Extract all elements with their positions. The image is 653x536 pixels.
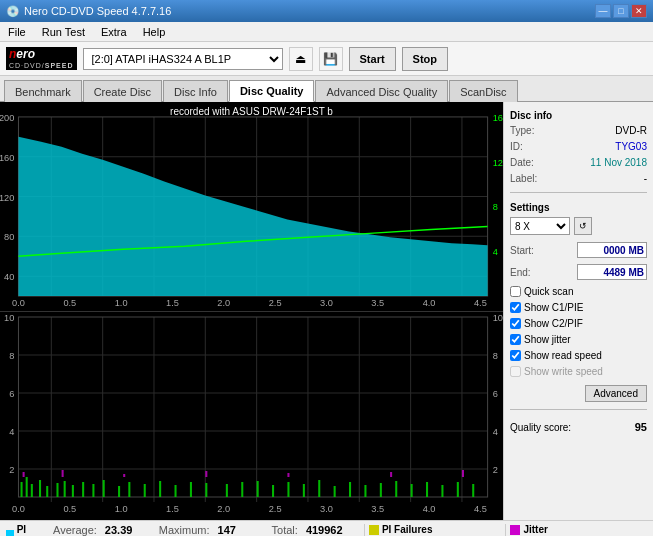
show-c1pie-label: Show C1/PIE (524, 302, 583, 313)
show-c2pif-checkbox[interactable] (510, 318, 521, 329)
svg-text:0.5: 0.5 (63, 504, 76, 514)
end-input[interactable] (577, 264, 647, 280)
menu-extra[interactable]: Extra (97, 25, 131, 39)
svg-text:120: 120 (0, 193, 14, 203)
maximize-button[interactable]: □ (613, 4, 629, 18)
svg-rect-88 (205, 471, 207, 477)
disc-label-row: Label: - (510, 173, 647, 184)
quality-score-row: Quality score: 95 (510, 421, 647, 433)
show-write-speed-row: Show write speed (510, 366, 647, 377)
svg-text:6: 6 (9, 389, 14, 399)
svg-rect-82 (441, 485, 443, 497)
menu-help[interactable]: Help (139, 25, 170, 39)
refresh-button[interactable]: ↺ (574, 217, 592, 235)
svg-text:16: 16 (493, 113, 503, 123)
svg-text:1.0: 1.0 (115, 298, 128, 308)
menu-run-test[interactable]: Run Test (38, 25, 89, 39)
svg-rect-75 (334, 486, 336, 497)
disc-label-label: Label: (510, 173, 537, 184)
svg-rect-63 (144, 484, 146, 497)
quality-score-label: Quality score: (510, 422, 571, 433)
start-label: Start: (510, 245, 534, 256)
tab-benchmark[interactable]: Benchmark (4, 80, 82, 102)
pi-errors-maximum: Maximum: 147 (159, 524, 268, 536)
show-c1pie-checkbox[interactable] (510, 302, 521, 313)
menu-bar: File Run Test Extra Help (0, 22, 653, 42)
show-c2pif-label: Show C2/PIF (524, 318, 583, 329)
disc-id-row: ID: TYG03 (510, 141, 647, 152)
save-button[interactable]: 💾 (319, 47, 343, 71)
svg-rect-55 (56, 483, 58, 497)
tab-scan-disc[interactable]: ScanDisc (449, 80, 517, 102)
svg-text:6: 6 (493, 389, 498, 399)
svg-rect-76 (349, 482, 351, 497)
svg-rect-74 (318, 480, 320, 497)
pi-errors-average: Average: 23.39 (53, 524, 155, 536)
jitter-header: Jitter (510, 524, 639, 535)
svg-text:0.0: 0.0 (12, 504, 25, 514)
svg-text:1.0: 1.0 (115, 504, 128, 514)
svg-text:10: 10 (493, 313, 503, 323)
advanced-button[interactable]: Advanced (585, 385, 647, 402)
svg-rect-58 (82, 482, 84, 497)
title-bar: 💿 Nero CD-DVD Speed 4.7.7.16 — □ ✕ (0, 0, 653, 22)
show-read-speed-checkbox[interactable] (510, 350, 521, 361)
svg-text:2: 2 (9, 465, 14, 475)
svg-rect-68 (226, 484, 228, 497)
start-input[interactable] (577, 242, 647, 258)
pi-failures-color-box (369, 525, 379, 535)
svg-rect-50 (21, 482, 23, 497)
tab-disc-info[interactable]: Disc Info (163, 80, 228, 102)
speed-select[interactable]: 8 X Maximum 4 X 16 X (510, 217, 570, 235)
quality-score-value: 95 (635, 421, 647, 433)
pi-errors-total: Total: 419962 (272, 524, 356, 536)
start-button[interactable]: Start (349, 47, 396, 71)
divider-2 (510, 409, 647, 410)
svg-text:40: 40 (4, 272, 14, 282)
svg-text:2.5: 2.5 (269, 504, 282, 514)
svg-text:4.5: 4.5 (474, 298, 487, 308)
quick-scan-checkbox[interactable] (510, 286, 521, 297)
tab-create-disc[interactable]: Create Disc (83, 80, 162, 102)
bottom-bar: PI Errors Average: 23.39 Maximum: 147 To… (0, 520, 653, 536)
pi-errors-label: PI Errors (17, 524, 49, 536)
tab-advanced-disc-quality[interactable]: Advanced Disc Quality (315, 80, 448, 102)
show-write-speed-checkbox[interactable] (510, 366, 521, 377)
divider-1 (510, 192, 647, 193)
svg-text:8: 8 (493, 351, 498, 361)
svg-rect-80 (411, 484, 413, 497)
pi-errors-total-label: Total: (272, 524, 298, 536)
svg-rect-70 (257, 481, 259, 497)
eject-button[interactable]: ⏏ (289, 47, 313, 71)
svg-text:2.0: 2.0 (217, 504, 230, 514)
pi-errors-header: PI Errors (6, 524, 49, 536)
svg-rect-54 (46, 486, 48, 497)
drive-select[interactable]: [2:0] ATAPI iHAS324 A BL1P (83, 48, 283, 70)
menu-file[interactable]: File (4, 25, 30, 39)
show-jitter-row: Show jitter (510, 334, 647, 345)
show-jitter-checkbox[interactable] (510, 334, 521, 345)
jitter-group: Jitter Average: - Maximum: - PO failures… (506, 524, 647, 536)
quick-scan-label: Quick scan (524, 286, 573, 297)
chart-area: recorded with ASUS DRW-24F1ST b (0, 102, 503, 520)
show-read-speed-label: Show read speed (524, 350, 602, 361)
svg-text:1.5: 1.5 (166, 504, 179, 514)
svg-rect-78 (380, 483, 382, 497)
show-write-speed-label: Show write speed (524, 366, 603, 377)
svg-text:2.5: 2.5 (269, 298, 282, 308)
settings-title: Settings (510, 202, 647, 213)
minimize-button[interactable]: — (595, 4, 611, 18)
tab-disc-quality[interactable]: Disc Quality (229, 80, 315, 102)
disc-type-row: Type: DVD-R (510, 125, 647, 136)
pi-errors-avg-label: Average: (53, 524, 97, 536)
main-content: recorded with ASUS DRW-24F1ST b (0, 102, 653, 520)
show-c1pie-row: Show C1/PIE (510, 302, 647, 313)
stats-row: PI Errors Average: 23.39 Maximum: 147 To… (0, 521, 653, 536)
stop-button[interactable]: Stop (402, 47, 448, 71)
svg-rect-67 (205, 483, 207, 497)
svg-text:4: 4 (9, 427, 14, 437)
svg-text:3.0: 3.0 (320, 504, 333, 514)
close-button[interactable]: ✕ (631, 4, 647, 18)
svg-rect-61 (118, 486, 120, 497)
svg-rect-86 (62, 470, 64, 477)
